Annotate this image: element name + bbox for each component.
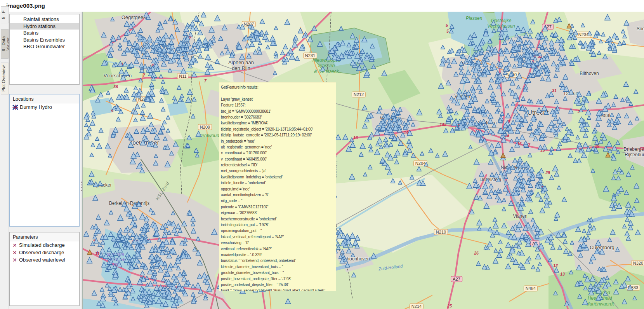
- motorway-exit-number: 14a: [439, 122, 446, 127]
- motorway-exit-number: 16: [517, 141, 522, 146]
- layer-item-rainfall-stations[interactable]: Rainfall stations: [10, 16, 79, 23]
- motorway-exit-number: 19: [595, 144, 599, 148]
- road-shield-n320: N320: [631, 260, 644, 266]
- parameter-item-observed-waterlevel[interactable]: ✕Observed waterlevel: [10, 256, 79, 264]
- motorway-exit-number: 17: [526, 143, 530, 147]
- motorway-exit-number: 7: [143, 73, 145, 77]
- map-label-town: De Meern: [476, 120, 497, 126]
- road-shield-n11: N11: [177, 73, 188, 79]
- motorway-exit-number: 80: [118, 62, 123, 66]
- map-label-airport: RotterdamThe HagueAirport: [104, 252, 125, 267]
- road-shield-a2: A2: [530, 241, 539, 246]
- motorway-exit-number: 29: [545, 170, 550, 175]
- parameter-item-observed-discharge[interactable]: ✕Observed discharge: [10, 249, 79, 256]
- tab-5-f[interactable]: 5 : F: [1, 6, 9, 23]
- x-marker-icon: ✕: [12, 257, 19, 263]
- popup-attribute-line: maaiveldpositie = '-0.329': [221, 252, 334, 258]
- map-label-town: Bilthoven: [580, 71, 599, 77]
- popup-attribute-line: putcode = 'GMW31C127107': [221, 204, 334, 210]
- map-label-area: Plassen: [466, 16, 483, 21]
- parameter-item-label: Observed waterlevel: [19, 257, 65, 263]
- map-label-town: Nieuwegein: [501, 165, 525, 171]
- motorway-exit-number: 14: [404, 130, 408, 135]
- popup-attribute-line: aantal_monitoringbuizen = '3': [221, 192, 334, 198]
- x-marker-icon: ✕: [12, 250, 19, 256]
- vertical-tab-strip: 5 : F 6 : Data Viewer Plot Overview: [0, 12, 9, 309]
- motorway-exit-number: 31: [552, 88, 557, 93]
- map-label-town: Zoetermeer: [129, 139, 159, 146]
- map-label-town: Woerden: [380, 116, 399, 121]
- popup-attribute-line: referentiestelsel = 'RD': [221, 162, 334, 168]
- window-titlebar: image003.png: [0, 0, 644, 12]
- motorway-exit-number: 26: [474, 251, 479, 255]
- map-label-town: Alphen aanden Rijn: [228, 60, 254, 72]
- road-shield-n230: N230: [505, 72, 519, 78]
- location-item-label: Dummy Hydro: [20, 104, 52, 110]
- tab-data-viewer[interactable]: 6 : Data Viewer: [1, 29, 9, 59]
- layers-list-panel: Rainfall stationsHydro stationsBasinsBas…: [9, 14, 80, 85]
- layer-item-hydro-stations[interactable]: Hydro stations: [10, 23, 79, 30]
- map-label-area: NieuwkoopsePlassen& De Haeck: [312, 58, 340, 74]
- road-shield-n333: N333: [626, 285, 640, 291]
- motorway-exit-number: 60: [151, 63, 156, 68]
- motorway-exit-number: 20: [639, 146, 644, 151]
- map-label-layer: OegstgeestVoorschotenAlphen aanden RijnZ…: [83, 12, 644, 309]
- tab-plot-overview[interactable]: Plot Overview: [1, 63, 9, 94]
- motorway-exit-number: 13: [353, 135, 358, 140]
- popup-attribute-line: positie_onderkant_diepste_filter = '-25.…: [221, 282, 334, 288]
- motorway-exit-number: 28: [538, 184, 543, 189]
- popup-attribute-line: verticaal_referentievlak = 'NAP': [221, 246, 334, 252]
- popup-attribute-line: eigenaar = '30276683': [221, 210, 334, 216]
- motorway-exit-number: 12: [553, 263, 558, 268]
- motorway-exit-number: 8: [508, 119, 510, 124]
- motorway-exit-number: 9: [111, 108, 113, 113]
- popup-attribute-line: bronhouder = '30276683': [221, 114, 334, 120]
- road-shield-n210: N210: [434, 229, 448, 235]
- layer-item-bro-groundwater[interactable]: BRO Groundwater: [10, 43, 79, 50]
- road-shield-n206: N206: [136, 96, 150, 102]
- road-shield-n204: N204: [413, 161, 427, 166]
- popup-attribute-line: y_coordinaat = '460495.000': [221, 156, 334, 162]
- popup-attribute-line: tijdstip_laatste_correctie = '2021-05-11…: [221, 132, 334, 138]
- popup-attribute-line: grootste_diameter_bovenkant_buis = '': [221, 270, 334, 276]
- road-shield-n231: N231: [303, 53, 317, 59]
- motorway-exit-number: 36: [113, 84, 118, 89]
- road-shield-n234: N234: [576, 32, 590, 38]
- popup-attribute-line: opgeruimd = 'nee': [221, 186, 334, 192]
- popup-attribute-line: x_coordinaat = '101760.000': [221, 150, 334, 156]
- motorway-exit-number: 14a: [455, 123, 462, 128]
- getfeatureinfo-popup: GetFeatureInfo results: Layer 'gmw_kense…: [219, 82, 336, 291]
- map-label-town: Vianen: [513, 214, 527, 219]
- map-label-town: IJsselstein: [479, 177, 501, 183]
- motorway-exit-number: 13: [560, 272, 565, 276]
- map-viewport[interactable]: OegstgeestVoorschotenAlphen aanden RijnZ…: [82, 12, 644, 309]
- map-label-town: Schoonhoven: [341, 257, 370, 262]
- popup-layer-line: Layer 'gmw_kenset': [221, 96, 334, 102]
- motorway-exit-number: 32: [534, 64, 539, 69]
- road-shield-n207: N207: [242, 21, 256, 27]
- popup-attribute-line: buisstatus = 'onbekend, onbekend, onbeke…: [221, 258, 334, 264]
- popup-attribute-line: positie_bovenkant_ondiepste_filter = '-7…: [221, 276, 334, 282]
- parameter-item-label: Observed discharge: [19, 250, 64, 255]
- motorway-exit-number: 6: [189, 35, 191, 39]
- layer-item-basins[interactable]: Basins: [10, 30, 79, 37]
- map-label-town: Vleuten: [455, 94, 470, 100]
- layer-item-basins-ensembles[interactable]: Basins Ensembles: [10, 37, 79, 44]
- road-shield-n484: N484: [524, 286, 538, 292]
- popup-feature-line: Feature 11557:: [221, 102, 334, 108]
- popup-attribute-line: verschuiving = '0': [221, 240, 334, 246]
- popup-attribute-line: kwaliteitsnorm_inrichting = 'onbekend': [221, 174, 334, 180]
- popup-attribute-line: fuuid = 'gmw_kenset.bd395a90-36a6-46ad-a…: [221, 288, 334, 291]
- map-label-town: Soest: [637, 26, 644, 32]
- map-label-area: LandgoedHeerlijkheidMariënwaerdt: [586, 290, 614, 307]
- popup-attribute-line: beschermconstructie = 'onbekend': [221, 216, 334, 222]
- map-label-town: De Bilt: [564, 91, 578, 97]
- map-label-town: Utrecht: [528, 109, 549, 117]
- popup-attribute-line: in_onderzoek = 'nee': [221, 138, 334, 144]
- location-item-dummy-hydro[interactable]: Dummy Hydro: [10, 103, 79, 111]
- road-shield-a27: A27: [542, 24, 554, 30]
- road-shield-n212: N212: [352, 92, 366, 98]
- popup-attribute-line: initiele_functie = 'onbekend': [221, 180, 334, 186]
- map-label-town: Voorschoten: [104, 73, 132, 79]
- parameter-item-simulated-discharge[interactable]: ✕Simulated discharge: [10, 241, 79, 249]
